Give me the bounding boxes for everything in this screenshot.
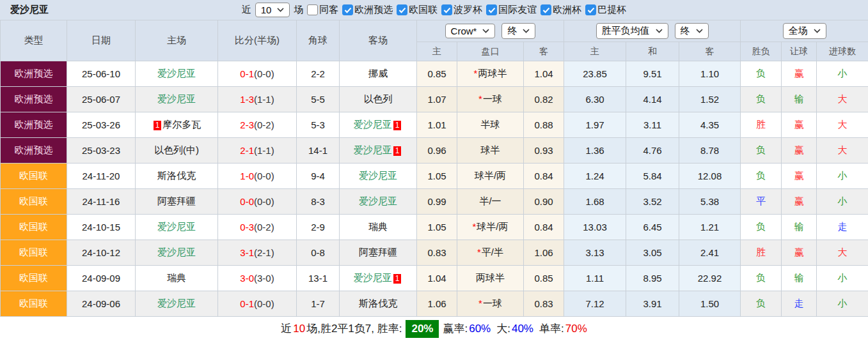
star-marker: * bbox=[474, 68, 478, 79]
away-team-name: 以色列 bbox=[364, 93, 393, 104]
away-team-name: 爱沙尼亚 bbox=[354, 119, 392, 130]
home-team-name: 斯洛伐克 bbox=[157, 170, 196, 181]
date-cell: 25-03-23 bbox=[67, 138, 136, 164]
corner-cell: 1-7 bbox=[297, 291, 340, 317]
checked-checkbox-icon[interactable] bbox=[486, 4, 497, 15]
home-team-name: 以色列(中) bbox=[154, 144, 199, 155]
scope-select[interactable]: 全场 bbox=[783, 23, 826, 39]
same-away-filter[interactable]: 同客 bbox=[307, 4, 338, 16]
odds-away-cell: 0.84 bbox=[524, 164, 564, 189]
home-team-cell: 瑞典 bbox=[136, 266, 218, 291]
home-team-cell: 以色列(中) bbox=[136, 138, 218, 164]
result-outcome-cell: 平 bbox=[741, 189, 782, 215]
halftime-score: (3-0) bbox=[254, 273, 274, 284]
result-goals-cell: 大 bbox=[817, 112, 868, 138]
date-cell: 25-03-26 bbox=[67, 112, 136, 138]
near-count-select[interactable]: 10 bbox=[255, 3, 290, 17]
checkbox-icon[interactable] bbox=[307, 4, 318, 15]
checked-checkbox-icon[interactable] bbox=[585, 4, 596, 15]
fulltime-score: 0-1 bbox=[240, 298, 254, 309]
home-team-name: 摩尔多瓦 bbox=[162, 119, 201, 130]
result-goals-cell: 小 bbox=[817, 164, 868, 189]
avg-lose-cell: 4.35 bbox=[679, 112, 741, 138]
red-card-badge: 1 bbox=[154, 121, 162, 130]
result-outcome-cell: 负 bbox=[741, 215, 782, 240]
checked-checkbox-icon[interactable] bbox=[342, 4, 353, 15]
checked-checkbox-icon[interactable] bbox=[541, 4, 551, 15]
odds-away-cell: 0.93 bbox=[524, 138, 564, 164]
home-team-cell: 爱沙尼亚 bbox=[136, 87, 218, 112]
handicap-text: 两球半 bbox=[476, 272, 505, 283]
competition-filter-5[interactable]: 巴提杯 bbox=[585, 4, 626, 16]
halftime-score: (0-0) bbox=[254, 68, 274, 79]
avg-win-cell: 7.12 bbox=[564, 291, 626, 317]
odds-selectors-cell: Crow* 终 bbox=[417, 20, 564, 42]
type-cell: 欧洲预选 bbox=[1, 61, 67, 87]
avg-lose-cell: 1.52 bbox=[679, 87, 741, 112]
avg-win-cell: 6.30 bbox=[564, 87, 626, 112]
avg-stage-select[interactable]: 终 bbox=[675, 23, 709, 39]
handicap-text: 平/半 bbox=[482, 247, 503, 257]
handicap-text: 球半/两 bbox=[477, 221, 508, 232]
home-team-name: 爱沙尼亚 bbox=[157, 221, 196, 232]
competition-filters: 欧洲预选欧国联波罗杯国际友谊欧洲杯巴提杯 bbox=[342, 4, 626, 16]
score-cell: 0-1(0-0) bbox=[218, 61, 297, 87]
away-team-name: 爱沙尼亚 bbox=[359, 170, 397, 181]
result-handicap-cell: 赢 bbox=[782, 189, 817, 215]
col-header-home: 主场 bbox=[136, 20, 218, 61]
handicap-cell: *两球半 bbox=[457, 61, 524, 87]
big-value: 40% bbox=[512, 323, 533, 335]
handicap-text: 一球 bbox=[483, 298, 502, 309]
competition-label: 欧洲杯 bbox=[553, 4, 581, 16]
near-label: 近 bbox=[242, 4, 251, 16]
avg-type-value: 胜平负均值 bbox=[602, 25, 650, 37]
checked-checkbox-icon[interactable] bbox=[441, 4, 452, 15]
avg-draw-cell: 3.11 bbox=[626, 112, 679, 138]
fulltime-score: 1-3 bbox=[240, 94, 254, 105]
odds-company-value: Crow* bbox=[451, 26, 477, 36]
avg-lose-cell: 5.38 bbox=[679, 189, 741, 215]
corner-cell: 2-9 bbox=[297, 215, 340, 240]
away-team-cell: 以色列 bbox=[340, 87, 417, 112]
odds-home-cell: 1.07 bbox=[417, 87, 457, 112]
odds-home-cell: 0.96 bbox=[417, 138, 457, 164]
fulltime-score: 0-1 bbox=[240, 68, 254, 79]
home-team-name: 瑞典 bbox=[167, 272, 186, 283]
home-team-cell: 阿塞拜疆 bbox=[136, 189, 218, 215]
competition-filter-1[interactable]: 欧国联 bbox=[397, 4, 438, 16]
handicap-cell: *一球 bbox=[457, 291, 524, 317]
halftime-score: (0-2) bbox=[254, 222, 274, 232]
odds-win-value: 60% bbox=[469, 323, 491, 335]
competition-filter-4[interactable]: 欧洲杯 bbox=[541, 4, 581, 16]
chevron-down-icon bbox=[523, 29, 530, 33]
checked-checkbox-icon[interactable] bbox=[397, 4, 407, 15]
halftime-score: (0-2) bbox=[254, 119, 274, 130]
odds-stage-select[interactable]: 终 bbox=[501, 23, 535, 39]
result-handicap-cell: 赢 bbox=[782, 164, 817, 189]
fulltime-score: 2-1 bbox=[240, 145, 254, 156]
score-cell: 2-1(1-1) bbox=[218, 138, 297, 164]
odds-home-cell: 0.85 bbox=[417, 61, 457, 87]
table-row: 欧国联24-10-12爱沙尼亚3-1(2-1)0-8阿塞拜疆0.83*平/半1.… bbox=[1, 240, 868, 266]
handicap-cell: 球半/两 bbox=[457, 164, 524, 189]
competition-label: 巴提杯 bbox=[597, 4, 626, 16]
odds-home-cell: 1.05 bbox=[417, 164, 457, 189]
avg-lose-cell: 12.08 bbox=[679, 164, 741, 189]
sub-header-handicap-result: 让球 bbox=[782, 42, 817, 61]
single-value: 70% bbox=[565, 323, 587, 335]
odds-company-select[interactable]: Crow* bbox=[445, 24, 496, 38]
summary-near-label: 近 bbox=[281, 321, 292, 336]
handicap-text: 两球半 bbox=[478, 68, 507, 79]
scope-selector-cell: 全场 bbox=[741, 20, 868, 42]
competition-filter-0[interactable]: 欧洲预选 bbox=[342, 4, 393, 16]
home-team-name: 爱沙尼亚 bbox=[157, 298, 196, 309]
corner-cell: 0-8 bbox=[297, 240, 340, 266]
competition-filter-3[interactable]: 国际友谊 bbox=[486, 4, 537, 16]
fulltime-score: 0-3 bbox=[240, 222, 254, 232]
result-handicap-cell: 输 bbox=[782, 215, 817, 240]
competition-filter-2[interactable]: 波罗杯 bbox=[441, 4, 482, 16]
odds-win-label: 赢率: bbox=[443, 321, 468, 336]
avg-type-select[interactable]: 胜平负均值 bbox=[596, 23, 668, 39]
filter-controls: 近 10 场 同客 欧洲预选欧国联波罗杯国际友谊欧洲杯巴提杯 bbox=[242, 3, 627, 17]
avg-win-cell: 3.13 bbox=[564, 240, 626, 266]
